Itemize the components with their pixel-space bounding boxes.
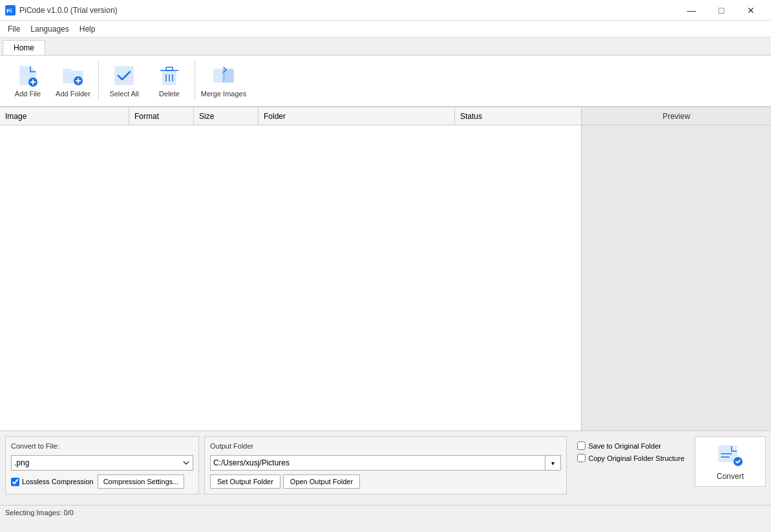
- copy-structure-label[interactable]: Copy Original Folder Structure: [577, 454, 684, 462]
- minimize-button[interactable]: —: [677, 0, 706, 21]
- folder-browse-button[interactable]: ▾: [545, 455, 561, 471]
- add-folder-icon: [61, 64, 85, 87]
- col-header-size: Size: [194, 107, 259, 125]
- delete-label: Delete: [159, 90, 180, 98]
- folder-path-row: ▾: [210, 455, 561, 471]
- close-button[interactable]: ✕: [736, 0, 766, 21]
- delete-icon: [158, 64, 181, 87]
- save-original-checkbox[interactable]: [577, 442, 586, 450]
- maximize-button[interactable]: □: [706, 0, 736, 21]
- merge-images-button[interactable]: Merge Images: [198, 58, 249, 103]
- preview-area: Preview: [582, 107, 771, 431]
- menu-file[interactable]: File: [3, 21, 25, 37]
- select-all-icon: [112, 64, 136, 87]
- app-icon: Pi: [5, 5, 16, 16]
- save-original-text: Save to Original Folder: [588, 442, 661, 450]
- toolbar: Add File Add Folder Select All Delete: [0, 56, 771, 107]
- preview-label: Preview: [662, 112, 690, 121]
- status-text: Selecting Images: 0/0: [5, 509, 74, 516]
- tab-home[interactable]: Home: [3, 40, 45, 55]
- table-header: Image Format Size Folder Status: [0, 107, 581, 125]
- select-all-label: Select All: [109, 90, 138, 98]
- compression-row: Lossless Compression Compression Setting…: [11, 474, 193, 489]
- merge-images-icon: [212, 64, 235, 87]
- bottom-controls: Convert to File: .png .jpg .bmp .gif .ti…: [0, 431, 771, 505]
- compression-settings-button[interactable]: Compression Settings...: [98, 474, 185, 489]
- lossless-label: Lossless Compression: [22, 478, 94, 485]
- convert-button[interactable]: Convert: [695, 436, 766, 487]
- menu-help[interactable]: Help: [74, 21, 101, 37]
- add-file-button[interactable]: Add File: [5, 58, 50, 103]
- output-folder-title: Output Folder: [210, 442, 561, 450]
- select-all-button[interactable]: Select All: [101, 58, 147, 103]
- table-area: Image Format Size Folder Status: [0, 107, 582, 431]
- col-header-format: Format: [129, 107, 194, 125]
- lossless-checkbox-label[interactable]: Lossless Compression: [11, 478, 94, 486]
- open-output-folder-button[interactable]: Open Output Folder: [283, 474, 360, 489]
- copy-structure-checkbox[interactable]: [577, 454, 586, 462]
- add-file-label: Add File: [15, 90, 41, 98]
- menu-languages[interactable]: Languages: [25, 21, 74, 37]
- add-folder-button[interactable]: Add Folder: [50, 58, 96, 103]
- menu-bar: File Languages Help: [0, 21, 771, 37]
- col-header-image: Image: [0, 107, 129, 125]
- tab-bar: Home: [0, 37, 771, 56]
- folder-action-row: Set Output Folder Open Output Folder: [210, 474, 561, 489]
- convert-label: Convert: [717, 472, 744, 481]
- toolbar-separator: [98, 61, 99, 100]
- window-controls: — □ ✕: [677, 0, 766, 21]
- add-file-icon: [16, 64, 39, 87]
- output-folder-section: Output Folder ▾ Set Output Folder Open O…: [204, 436, 567, 495]
- col-header-folder: Folder: [259, 107, 455, 125]
- delete-button[interactable]: Delete: [147, 58, 192, 103]
- convert-icon: [717, 442, 743, 468]
- bottom-panel: Convert to File: .png .jpg .bmp .gif .ti…: [0, 431, 771, 505]
- svg-rect-11: [166, 67, 173, 70]
- add-folder-label: Add Folder: [56, 90, 90, 98]
- set-output-folder-button[interactable]: Set Output Folder: [210, 474, 280, 489]
- options-section: Save to Original Folder Copy Original Fo…: [572, 436, 690, 465]
- preview-header: Preview: [582, 107, 771, 125]
- convert-to-file-title: Convert to File:: [11, 442, 193, 450]
- folder-path-input[interactable]: [210, 455, 545, 471]
- merge-images-label: Merge Images: [201, 90, 246, 98]
- status-bar: Selecting Images: 0/0: [0, 505, 771, 519]
- format-select[interactable]: .png .jpg .bmp .gif .tiff .webp: [11, 455, 193, 471]
- toolbar-separator-2: [195, 61, 195, 100]
- convert-to-file-section: Convert to File: .png .jpg .bmp .gif .ti…: [5, 436, 199, 495]
- main-content: Image Format Size Folder Status Preview: [0, 107, 771, 431]
- svg-text:Pi: Pi: [6, 8, 12, 14]
- copy-structure-text: Copy Original Folder Structure: [588, 454, 684, 462]
- title-left: Pi PiCode v1.0.0 (Trial version): [5, 5, 118, 16]
- table-body: [0, 125, 581, 431]
- title-text: PiCode v1.0.0 (Trial version): [19, 6, 118, 15]
- col-header-status: Status: [455, 107, 581, 125]
- save-original-label[interactable]: Save to Original Folder: [577, 442, 684, 450]
- preview-body: [582, 125, 771, 431]
- title-bar: Pi PiCode v1.0.0 (Trial version) — □ ✕: [0, 0, 771, 21]
- lossless-checkbox[interactable]: [11, 478, 19, 486]
